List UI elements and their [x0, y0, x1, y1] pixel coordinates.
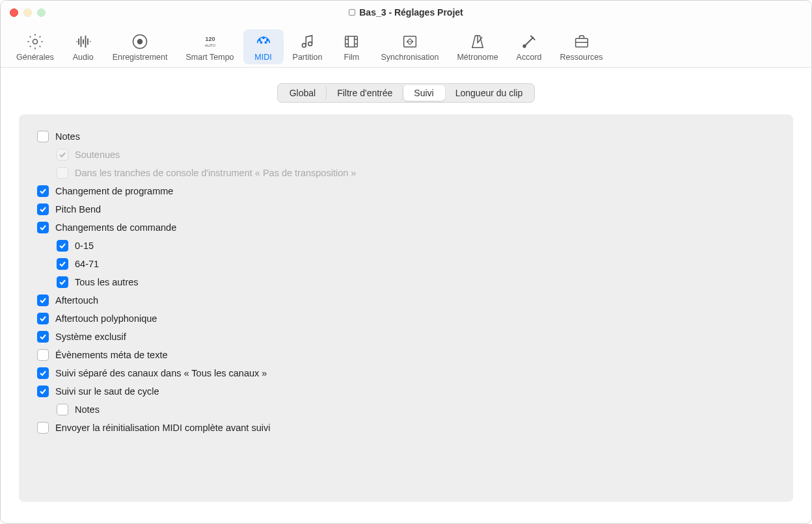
- checkbox-text-meta-row: Évènements méta de texte: [37, 346, 775, 364]
- checkbox-control-changes-row: Changements de commande: [37, 218, 775, 237]
- toolbar-audio[interactable]: Audio: [63, 29, 103, 64]
- checkbox-label: Suivi sur le saut de cycle: [55, 386, 159, 397]
- score-icon: [296, 32, 318, 51]
- checkbox-label: Tous les autres: [75, 277, 139, 287]
- settings-panel: Notes Soutenues Dans les tranches de con…: [19, 114, 793, 502]
- checkbox-label: Soutenues: [75, 150, 120, 160]
- toolbar-accord[interactable]: Accord: [508, 29, 551, 64]
- record-icon: [129, 32, 151, 51]
- checkbox-text-meta[interactable]: [37, 349, 49, 361]
- toolbar-smart-tempo[interactable]: 120AUTO Smart Tempo: [176, 29, 243, 64]
- checkbox-full-reset[interactable]: [37, 422, 49, 434]
- checkbox-pitch-bend-row: Pitch Bend: [37, 200, 775, 218]
- checkbox-cycle-notes-row: Notes: [37, 400, 775, 419]
- window-title: Bas_3 - Réglages Projet: [359, 7, 463, 18]
- toolbar-generales[interactable]: Générales: [7, 29, 63, 64]
- toolbar-metronome[interactable]: Métronome: [448, 29, 507, 64]
- svg-text:120: 120: [205, 36, 215, 42]
- checkbox-label: Changement de programme: [55, 186, 173, 196]
- tempo-icon: 120AUTO: [199, 32, 221, 51]
- close-button[interactable]: [10, 8, 18, 17]
- checkbox-sep-channels[interactable]: [37, 367, 49, 379]
- checkbox-no-transpose-row: Dans les tranches de console d'instrumen…: [37, 164, 775, 182]
- checkbox-sysex[interactable]: [37, 331, 49, 343]
- svg-point-2: [138, 40, 142, 44]
- tab-longueur-clip[interactable]: Longueur du clip: [445, 85, 534, 101]
- tuning-icon: [518, 32, 540, 51]
- checkbox-cycle-jump-row: Suivi sur le saut de cycle: [37, 382, 775, 400]
- checkbox-label: Notes: [55, 131, 80, 142]
- tab-filtre-entree[interactable]: Filtre d'entrée: [327, 85, 403, 101]
- checkbox-label: Changements de commande: [55, 222, 176, 233]
- svg-point-7: [266, 40, 267, 41]
- toolbar-synchronisation[interactable]: Synchronisation: [372, 29, 448, 64]
- checkbox-cycle-notes[interactable]: [57, 404, 68, 415]
- checkbox-cc-all-others[interactable]: [57, 276, 68, 288]
- checkbox-label: Aftertouch: [55, 295, 98, 306]
- titlebar: Bas_3 - Réglages Projet: [1, 1, 811, 24]
- checkbox-poly-aftertouch[interactable]: [37, 313, 49, 324]
- toolbar: Générales Audio Enregistrement 120AUTO S…: [1, 24, 811, 68]
- toolbar-film[interactable]: Film: [331, 29, 372, 64]
- maximize-button[interactable]: [37, 8, 46, 17]
- checkbox-notes-row: Notes: [37, 127, 775, 146]
- checkbox-label: Pitch Bend: [55, 204, 101, 215]
- minimize-button[interactable]: [23, 8, 32, 17]
- checkbox-cc-0-15[interactable]: [57, 240, 68, 252]
- checkbox-soutenues-row: Soutenues: [37, 146, 775, 164]
- project-settings-window: Bas_3 - Réglages Projet Générales Audio …: [0, 0, 812, 524]
- svg-point-14: [523, 45, 526, 47]
- svg-rect-12: [345, 36, 358, 47]
- checkbox-program-change-row: Changement de programme: [37, 182, 775, 200]
- checkbox-control-changes[interactable]: [37, 222, 49, 233]
- checkbox-pitch-bend[interactable]: [37, 203, 49, 215]
- svg-point-9: [265, 42, 266, 43]
- checkbox-label: Notes: [75, 404, 100, 415]
- checkbox-cc-all-others-row: Tous les autres: [37, 273, 775, 291]
- checkbox-label: Évènements méta de texte: [55, 350, 168, 360]
- checkbox-cc-0-15-row: 0-15: [37, 237, 775, 255]
- checkbox-cc-64-71[interactable]: [57, 258, 68, 270]
- tab-global[interactable]: Global: [279, 85, 327, 101]
- checkbox-label: Système exclusif: [55, 332, 126, 342]
- checkbox-notes[interactable]: [37, 131, 49, 142]
- checkbox-cycle-jump[interactable]: [37, 386, 49, 397]
- checkbox-label: 0-15: [75, 241, 94, 251]
- checkbox-sep-channels-row: Suivi séparé des canaux dans « Tous les …: [37, 364, 775, 382]
- svg-text:AUTO: AUTO: [204, 44, 215, 47]
- tab-suivi[interactable]: Suivi: [403, 85, 444, 101]
- checkbox-cc-64-71-row: 64-71: [37, 255, 775, 273]
- content-area: Global Filtre d'entrée Suivi Longueur du…: [1, 68, 811, 523]
- checkbox-aftertouch[interactable]: [37, 295, 49, 306]
- window-controls: [10, 8, 46, 17]
- waveform-icon: [72, 32, 94, 51]
- svg-point-10: [303, 44, 306, 47]
- svg-point-5: [262, 37, 264, 38]
- toolbar-partition[interactable]: Partition: [284, 29, 332, 64]
- checkbox-soutenues: [57, 149, 68, 161]
- checkbox-full-reset-row: Envoyer la réinitialisation MIDI complèt…: [37, 419, 775, 437]
- checkbox-aftertouch-row: Aftertouch: [37, 291, 775, 309]
- metronome-icon: [467, 32, 489, 51]
- document-icon: [349, 9, 355, 16]
- checkbox-label: Dans les tranches de console d'instrumen…: [75, 168, 356, 178]
- svg-point-11: [308, 42, 312, 46]
- gear-icon: [24, 32, 46, 51]
- checkbox-label: Suivi séparé des canaux dans « Tous les …: [55, 368, 267, 378]
- toolbar-enregistrement[interactable]: Enregistrement: [103, 29, 177, 64]
- toolbar-midi[interactable]: MIDI: [243, 29, 284, 64]
- checkbox-program-change[interactable]: [37, 185, 49, 197]
- sub-tabs: Global Filtre d'entrée Suivi Longueur du…: [19, 83, 793, 103]
- checkbox-label: Envoyer la réinitialisation MIDI complèt…: [55, 423, 270, 433]
- film-icon: [340, 32, 362, 51]
- checkbox-sysex-row: Système exclusif: [37, 328, 775, 346]
- checkbox-no-transpose: [57, 167, 68, 179]
- checkbox-label: 64-71: [75, 259, 99, 269]
- checkbox-poly-aftertouch-row: Aftertouch polyphonique: [37, 309, 775, 328]
- toolbar-ressources[interactable]: Ressources: [551, 29, 612, 64]
- briefcase-icon: [571, 32, 593, 51]
- svg-point-8: [260, 42, 262, 43]
- checkbox-label: Aftertouch polyphonique: [55, 313, 157, 324]
- svg-point-6: [259, 40, 260, 41]
- midi-icon: [252, 32, 275, 51]
